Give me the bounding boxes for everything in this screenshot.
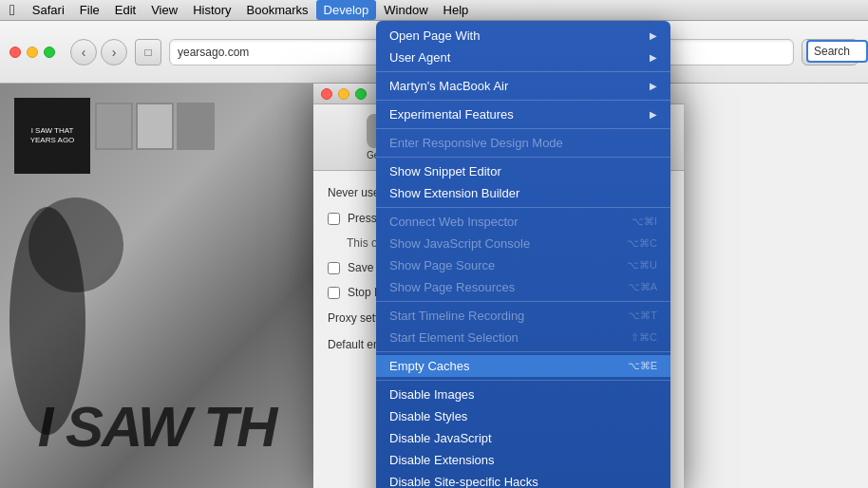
shortcut-12: ⌥⌘I: [632, 216, 657, 228]
menu-item-empty-caches[interactable]: Empty Caches ⌥⌘E: [376, 355, 670, 377]
separator-5: [376, 207, 670, 208]
maximize-button[interactable]: [44, 47, 55, 58]
webpage-content: I SAW THAT YEARS AGO I SAW TH: [0, 84, 313, 488]
separator-3: [376, 128, 670, 129]
shortcut-20: ⌥⌘E: [628, 360, 657, 372]
menu-item-experimental[interactable]: Experimental Features ▶: [376, 103, 670, 125]
separator-6: [376, 301, 670, 302]
arrow-icon-0: ▶: [650, 30, 657, 41]
forward-button[interactable]: ›: [101, 39, 127, 66]
menu-item-responsive[interactable]: Enter Responsive Design Mode: [376, 132, 670, 154]
shortcut-13: ⌥⌘C: [627, 237, 657, 250]
menu-item-disable-site-hacks[interactable]: Disable Site-specific Hacks: [376, 471, 670, 488]
popup-close[interactable]: [321, 88, 332, 100]
menu-bookmarks[interactable]: Bookmarks: [239, 0, 316, 20]
search-field[interactable]: Search: [806, 40, 868, 63]
address-text: yearsago.com: [178, 46, 249, 59]
menu-item-start-element-selection[interactable]: Start Element Selection ⇧⌘C: [376, 327, 670, 348]
menu-bar:  Safari File Edit View History Bookmark…: [0, 0, 868, 21]
menu-item-snippet-editor[interactable]: Show Snippet Editor: [376, 160, 670, 182]
apple-menu[interactable]: : [0, 0, 25, 20]
separator-8: [376, 380, 670, 381]
menu-view[interactable]: View: [143, 0, 185, 20]
menu-item-disable-styles[interactable]: Disable Styles: [376, 405, 670, 427]
tab-button[interactable]: □: [135, 39, 161, 66]
arrow-icon-1: ▶: [650, 52, 657, 63]
popup-zoom[interactable]: [355, 88, 367, 100]
nav-buttons: ‹ ›: [70, 39, 127, 66]
menu-item-start-timeline[interactable]: Start Timeline Recording ⌥⌘T: [376, 305, 670, 327]
separator-7: [376, 351, 670, 352]
menu-item-js-console[interactable]: Show JavaScript Console ⌥⌘C: [376, 233, 670, 254]
separator-2: [376, 100, 670, 101]
menu-file[interactable]: File: [72, 0, 107, 20]
shortcut-15: ⌥⌘A: [628, 281, 657, 293]
menu-help[interactable]: Help: [436, 0, 477, 20]
webpage-area: I SAW THAT YEARS AGO I SAW TH: [0, 84, 313, 488]
menu-item-extension-builder[interactable]: Show Extension Builder: [376, 182, 670, 204]
arrow-icon-5: ▶: [650, 109, 657, 120]
separator-4: [376, 157, 670, 158]
menu-edit[interactable]: Edit: [107, 0, 143, 20]
menu-item-connect-web-inspector[interactable]: Connect Web Inspector ⌥⌘I: [376, 211, 670, 233]
menu-item-page-source[interactable]: Show Page Source ⌥⌘U: [376, 254, 670, 276]
tab-highlight-checkbox[interactable]: [328, 213, 340, 225]
search-field-label: Search: [814, 45, 850, 58]
develop-dropdown-menu: Open Page With ▶ User Agent ▶ Martyn's M…: [376, 21, 670, 488]
menu-safari[interactable]: Safari: [25, 0, 72, 20]
power-checkbox[interactable]: [328, 287, 340, 299]
menu-develop[interactable]: Develop: [316, 0, 377, 20]
back-button[interactable]: ‹: [70, 39, 97, 66]
shortcut-18: ⇧⌘C: [631, 331, 657, 344]
menu-item-disable-images[interactable]: Disable Images: [376, 384, 670, 405]
big-text: I SAW TH: [0, 394, 313, 460]
menu-history[interactable]: History: [185, 0, 238, 20]
popup-minimize[interactable]: [338, 88, 349, 100]
separator-1: [376, 71, 670, 72]
shortcut-14: ⌥⌘U: [627, 259, 657, 272]
close-button[interactable]: [9, 47, 21, 58]
menu-item-user-agent[interactable]: User Agent ▶: [376, 47, 670, 68]
menu-item-open-page-with[interactable]: Open Page With ▶: [376, 25, 670, 47]
menu-item-disable-extensions[interactable]: Disable Extensions: [376, 449, 670, 471]
minimize-button[interactable]: [27, 47, 38, 58]
shortcut-17: ⌥⌘T: [628, 310, 657, 322]
svg-point-1: [28, 197, 123, 292]
menu-window[interactable]: Window: [376, 0, 435, 20]
arrow-icon-3: ▶: [650, 81, 657, 91]
menu-item-disable-js[interactable]: Disable JavaScript: [376, 427, 670, 449]
traffic-lights: [9, 47, 55, 58]
menu-item-macbook-air[interactable]: Martyn's MacBook Air ▶: [376, 75, 670, 97]
menu-item-page-resources[interactable]: Show Page Resources ⌥⌘A: [376, 276, 670, 298]
offline-checkbox[interactable]: [328, 262, 340, 274]
